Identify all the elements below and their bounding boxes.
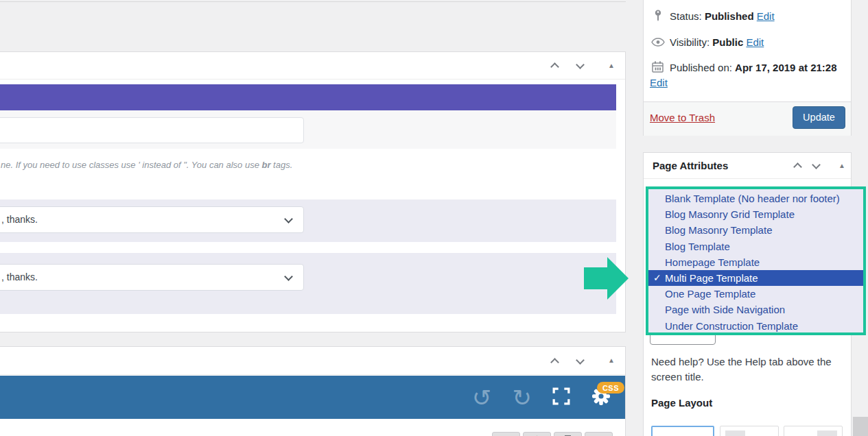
move-up-icon[interactable] bbox=[550, 358, 559, 367]
template-option[interactable]: Homepage Template bbox=[648, 254, 863, 270]
collapse-toggle-icon[interactable]: ▲ bbox=[608, 62, 615, 69]
input-section bbox=[0, 110, 616, 149]
checkmark-icon: ✓ bbox=[653, 270, 661, 286]
move-down-icon[interactable] bbox=[576, 356, 585, 365]
option-row-2: , thanks. bbox=[0, 253, 616, 314]
top-divider bbox=[0, 1, 626, 2]
published-value: Apr 17, 2019 at 21:28 bbox=[735, 62, 836, 73]
move-to-trash-link[interactable]: Move to Trash bbox=[650, 112, 715, 123]
note-bold: br bbox=[262, 160, 271, 170]
template-option[interactable]: Blog Masonry Template bbox=[648, 222, 863, 238]
published-edit-row: Edit bbox=[650, 77, 668, 88]
publish-footer: Move to Trash Update bbox=[644, 101, 851, 136]
thanks-select-2[interactable]: , thanks. bbox=[0, 264, 304, 291]
status-row: Status: Published Edit bbox=[670, 10, 775, 22]
help-text: Need help? Use the Help tab above the sc… bbox=[651, 354, 839, 385]
css-editor-toolbar: ↺ ↻ bbox=[0, 376, 625, 419]
published-on-row: Published on: Apr 17, 2019 at 21:28 bbox=[670, 62, 837, 73]
mini-button-1[interactable] bbox=[492, 432, 520, 436]
annotation-arrow-icon bbox=[584, 257, 629, 302]
thumb-sidebar-block bbox=[817, 431, 837, 436]
wordpress-page-editor-screen: ▲ ne. If you need to use classes use ' i… bbox=[0, 0, 868, 436]
editor-mini-buttons: + bbox=[492, 432, 613, 436]
published-label: Published on: bbox=[670, 62, 732, 73]
note-prefix: ne. If you need to use classes use ' ins… bbox=[1, 160, 262, 170]
purple-section-header bbox=[0, 84, 616, 110]
move-up-icon[interactable] bbox=[550, 62, 559, 71]
metabox-header: ▲ bbox=[0, 52, 625, 80]
custom-css-metabox: ▲ ↺ ↻ bbox=[0, 346, 626, 436]
thumb-sidebar-block bbox=[725, 431, 745, 436]
template-option[interactable]: Blog Masonry Grid Template bbox=[648, 206, 863, 222]
template-option-selected[interactable]: ✓ Multi Page Template bbox=[648, 270, 863, 286]
undo-icon[interactable]: ↺ bbox=[472, 386, 492, 409]
page-layout-label: Page Layout bbox=[651, 397, 712, 409]
status-pin-icon bbox=[653, 10, 664, 25]
page-layout-thumb-right-sidebar[interactable] bbox=[784, 426, 843, 436]
template-dropdown-list: Blank Template (No header nor footer) Bl… bbox=[646, 186, 866, 335]
mini-trash-button[interactable] bbox=[554, 432, 582, 436]
page-layout-thumb-selected[interactable] bbox=[651, 426, 714, 436]
select-value: , thanks. bbox=[1, 214, 38, 225]
update-button[interactable]: Update bbox=[793, 106, 845, 129]
mini-add-button[interactable]: + bbox=[523, 432, 551, 436]
template-option[interactable]: One Page Template bbox=[648, 286, 863, 302]
field-help-note: ne. If you need to use classes use ' ins… bbox=[1, 160, 292, 170]
publish-metabox: Status: Published Edit Visibility: Publi… bbox=[643, 0, 852, 136]
note-suffix: tags. bbox=[271, 160, 293, 170]
status-value: Published bbox=[705, 10, 754, 22]
redo-icon[interactable]: ↻ bbox=[513, 386, 532, 409]
calendar-icon bbox=[652, 61, 664, 75]
template-option[interactable]: Under Construction Template bbox=[648, 318, 863, 334]
gear-icon[interactable] bbox=[591, 397, 611, 409]
editor-options-metabox: ▲ ne. If you need to use classes use ' i… bbox=[0, 51, 626, 332]
template-option[interactable]: Blog Template bbox=[648, 239, 863, 254]
edit-visibility-link[interactable]: Edit bbox=[746, 36, 764, 48]
title-text-input[interactable] bbox=[0, 117, 304, 143]
page-attributes-header: Page Attributes ▲ bbox=[644, 153, 851, 179]
page-attributes-title: Page Attributes bbox=[653, 160, 728, 171]
metabox-header: ▲ bbox=[0, 347, 625, 375]
template-option[interactable]: Blank Template (No header nor footer) bbox=[648, 191, 863, 206]
right-edge-element bbox=[853, 417, 868, 436]
move-down-icon[interactable] bbox=[812, 160, 821, 169]
fullscreen-icon[interactable] bbox=[552, 387, 570, 408]
select-value: , thanks. bbox=[1, 271, 38, 282]
visibility-row: Visibility: Public Edit bbox=[670, 36, 764, 48]
chevron-down-icon bbox=[284, 272, 293, 281]
collapse-toggle-icon[interactable]: ▲ bbox=[838, 162, 845, 169]
option-row-1: , thanks. bbox=[0, 199, 616, 242]
visibility-label: Visibility: bbox=[670, 36, 709, 48]
thanks-select-1[interactable]: , thanks. bbox=[0, 206, 304, 233]
selected-template-label: Multi Page Template bbox=[665, 272, 758, 284]
visibility-value: Public bbox=[712, 36, 743, 48]
edit-status-link[interactable]: Edit bbox=[757, 10, 775, 22]
chevron-down-icon bbox=[284, 215, 293, 223]
move-up-icon[interactable] bbox=[793, 162, 802, 171]
status-label: Status: bbox=[670, 10, 702, 22]
template-option[interactable]: Page with Side Navigation bbox=[648, 302, 863, 317]
page-layout-thumb-left-sidebar[interactable] bbox=[720, 426, 779, 436]
collapse-toggle-icon[interactable]: ▲ bbox=[608, 357, 615, 364]
css-badge: CSS bbox=[597, 382, 624, 393]
edit-published-link[interactable]: Edit bbox=[650, 77, 668, 88]
visibility-eye-icon bbox=[651, 37, 665, 49]
mini-button-4[interactable] bbox=[585, 432, 613, 436]
move-down-icon[interactable] bbox=[576, 60, 585, 69]
